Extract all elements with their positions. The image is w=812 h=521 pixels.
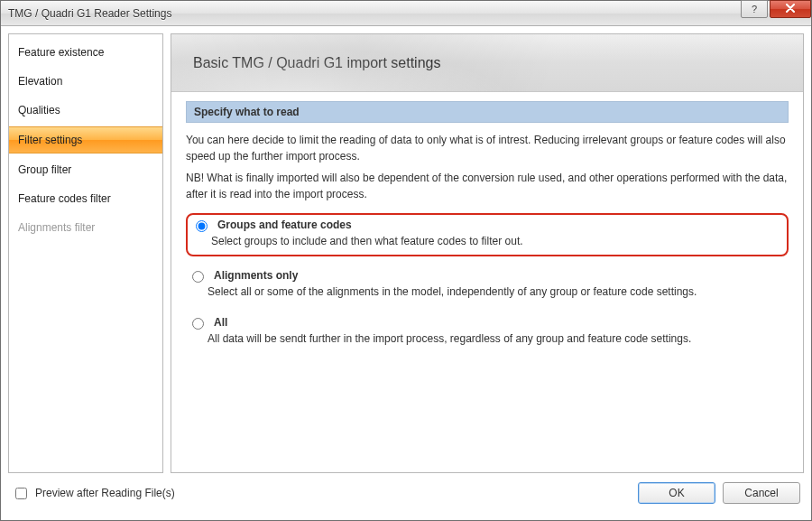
window-title: TMG / Quadri G1 Reader Settings <box>8 7 741 20</box>
sidebar-item-feature-codes-filter[interactable]: Feature codes filter <box>9 186 162 211</box>
section-header: Specify what to read <box>186 101 789 123</box>
sidebar-item-feature-existence[interactable]: Feature existence <box>9 40 162 65</box>
sidebar-item-group-filter[interactable]: Group filter <box>9 157 162 182</box>
radio-groups-title: Groups and feature codes <box>217 219 352 231</box>
cancel-button[interactable]: Cancel <box>723 482 800 504</box>
radio-all-sub: All data will be sendt further in the im… <box>208 332 783 345</box>
radio-groups-sub: Select groups to include and then what f… <box>211 235 780 247</box>
help-icon: ? <box>752 4 757 14</box>
close-icon <box>785 3 796 15</box>
radio-alignments-title: Alignments only <box>214 269 298 282</box>
content-heading-bar: Basic TMG / Quadri G1 import settings <box>171 34 803 92</box>
footer: Preview after Reading File(s) OK Cancel <box>8 473 804 513</box>
option-groups-and-feature-codes: Groups and feature codes Select groups t… <box>186 213 789 256</box>
radio-alignments-sub: Select all or some of the alignments in … <box>208 285 783 298</box>
intro-text-1: You can here decide to limit the reading… <box>186 132 789 164</box>
option-alignments-row[interactable]: Alignments only <box>188 269 783 283</box>
main-row: Feature existence Elevation Qualities Fi… <box>8 33 804 473</box>
close-button[interactable] <box>770 0 811 18</box>
dialog-body: Feature existence Elevation Qualities Fi… <box>1 26 811 520</box>
help-button[interactable]: ? <box>741 0 768 18</box>
radio-all-title: All <box>214 316 227 329</box>
sidebar: Feature existence Elevation Qualities Fi… <box>8 33 163 473</box>
content-pane: Basic TMG / Quadri G1 import settings Sp… <box>171 33 804 473</box>
ok-button[interactable]: OK <box>638 482 715 504</box>
option-all-row[interactable]: All <box>188 316 783 330</box>
footer-left: Preview after Reading File(s) <box>12 485 631 502</box>
radio-alignments[interactable] <box>192 271 204 283</box>
radio-groups[interactable] <box>196 220 208 232</box>
content-heading: Basic TMG / Quadri G1 import settings <box>193 55 440 71</box>
radio-all[interactable] <box>192 318 204 330</box>
preview-checkbox[interactable] <box>15 488 27 499</box>
content-body: Specify what to read You can here decide… <box>171 92 803 472</box>
titlebar-buttons: ? <box>741 1 811 25</box>
option-all: All All data will be sendt further in th… <box>186 311 789 350</box>
titlebar: TMG / Quadri G1 Reader Settings ? <box>1 1 811 26</box>
preview-label: Preview after Reading File(s) <box>35 487 175 499</box>
sidebar-item-filter-settings[interactable]: Filter settings <box>9 126 162 154</box>
sidebar-item-elevation[interactable]: Elevation <box>9 69 162 94</box>
option-groups-row[interactable]: Groups and feature codes <box>191 219 780 232</box>
intro-text-2: NB! What is finally imported will also b… <box>186 170 789 202</box>
dialog-window: TMG / Quadri G1 Reader Settings ? Featur… <box>0 0 812 521</box>
option-alignments-only: Alignments only Select all or some of th… <box>186 264 789 303</box>
sidebar-item-qualities[interactable]: Qualities <box>9 98 162 123</box>
sidebar-item-alignments-filter: Alignments filter <box>9 215 162 240</box>
